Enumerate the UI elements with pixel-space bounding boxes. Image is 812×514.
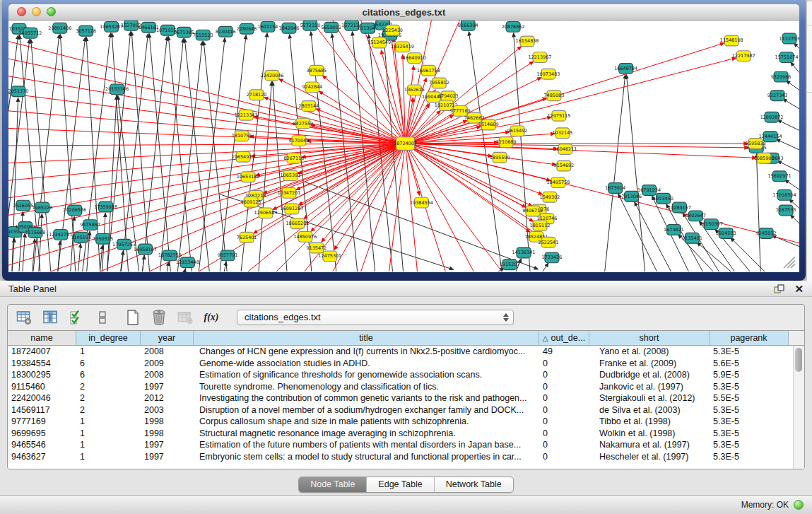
vertical-scrollbar[interactable] — [793, 346, 804, 469]
table-cell[interactable]: 1 — [76, 440, 141, 450]
delete-column-icon[interactable] — [151, 310, 167, 325]
table-cell[interactable]: 2 — [76, 393, 141, 403]
table-cell[interactable]: 9777169 — [8, 416, 76, 426]
table-cell[interactable]: 0 — [539, 358, 589, 368]
tab-edge-table[interactable]: Edge Table — [366, 477, 433, 492]
minimize-window-icon[interactable] — [32, 7, 41, 16]
table-cell[interactable]: 18300295 — [8, 370, 76, 380]
table-cell[interactable]: 5.3E-5 — [710, 428, 789, 438]
table-row[interactable]: 911546021997Tourette syndrome. Phenomeno… — [8, 381, 804, 393]
table-cell[interactable]: 1 — [76, 428, 141, 438]
table-cell[interactable]: 1 — [76, 346, 141, 356]
table-cell[interactable]: 1998 — [141, 416, 194, 426]
table-cell[interactable]: 5.3E-5 — [710, 405, 789, 415]
table-row[interactable]: 977716911998Corpus callosum shape and si… — [8, 416, 804, 428]
table-cell[interactable]: 0 — [539, 370, 589, 380]
table-cell[interactable]: 2012 — [141, 393, 194, 403]
table-cell[interactable]: 14569117 — [8, 405, 76, 415]
table-cell[interactable]: 2008 — [141, 346, 194, 356]
table-row[interactable]: 1872400712008Changes of HCN gene express… — [8, 346, 804, 358]
table-settings-icon[interactable] — [16, 310, 32, 325]
table-cell[interactable]: 1 — [76, 416, 141, 426]
table-cell[interactable]: 18724007 — [8, 346, 76, 356]
table-cell[interactable]: de Silva et al. (2003) — [589, 405, 710, 415]
column-header-year[interactable]: year — [141, 331, 194, 345]
close-window-icon[interactable] — [17, 7, 26, 16]
close-panel-icon[interactable]: ✕ — [794, 284, 804, 294]
table-cell[interactable]: Tibbo et al. (1998) — [589, 416, 710, 426]
table-cell[interactable]: 1998 — [141, 428, 194, 438]
table-cell[interactable]: 1997 — [141, 452, 194, 462]
tab-node-table[interactable]: Node Table — [299, 477, 366, 492]
table-cell[interactable]: 0 — [539, 405, 589, 415]
table-row[interactable]: 946554611997Estimation of the future num… — [8, 439, 804, 451]
table-cell[interactable]: 0 — [539, 393, 589, 403]
memory-status-icon[interactable] — [794, 500, 804, 510]
column-header-indegree[interactable]: in_degree — [76, 331, 141, 345]
function-builder-icon[interactable]: f(x) — [204, 310, 219, 325]
table-cell[interactable]: 1997 — [141, 382, 194, 392]
table-cell[interactable]: Disruption of a novel member of a sodium… — [194, 405, 539, 415]
table-cell[interactable]: 5.3E-5 — [710, 452, 789, 462]
table-cell[interactable]: Jankovic et al. (1997) — [589, 382, 710, 392]
table-cell[interactable]: 2003 — [141, 405, 194, 415]
table-cell[interactable]: 1 — [76, 452, 141, 462]
table-cell[interactable]: 2 — [76, 405, 141, 415]
table-cell[interactable]: Hescheler et al. (1997) — [589, 452, 710, 462]
network-graph[interactable]: 1935214140557122089140630571261065328715… — [8, 21, 799, 272]
network-canvas[interactable]: 1935214140557122089140630571261065328715… — [8, 21, 799, 272]
table-cell[interactable]: 2008 — [141, 370, 194, 380]
table-cell[interactable]: Tourette syndrome. Phenomenology and cla… — [194, 382, 539, 392]
table-cell[interactable]: 2 — [76, 382, 141, 392]
table-cell[interactable]: 0 — [539, 452, 589, 462]
table-cell[interactable]: 1997 — [141, 440, 194, 450]
table-cell[interactable]: 6 — [76, 358, 141, 368]
table-cell[interactable]: Genome-wide association studies in ADHD. — [194, 358, 539, 368]
table-cell[interactable]: 9463627 — [8, 452, 76, 462]
table-cell[interactable]: 19384554 — [8, 358, 76, 368]
table-cell[interactable]: Stergiakouli et al. (2012) — [589, 393, 710, 403]
table-cell[interactable]: 5.3E-5 — [710, 416, 789, 426]
table-cell[interactable]: Franke et al. (2009) — [589, 358, 710, 368]
table-cell[interactable]: Changes of HCN gene expression and I(f) … — [194, 346, 539, 356]
table-cell[interactable]: 0 — [539, 440, 589, 450]
table-row[interactable]: 1938455462009Genome-wide association stu… — [8, 358, 804, 370]
column-header-title[interactable]: title — [194, 331, 539, 345]
zoom-window-icon[interactable] — [47, 7, 56, 16]
table-cell[interactable]: 5.9E-5 — [710, 370, 789, 380]
table-cell[interactable]: 49 — [539, 346, 589, 356]
show-columns-icon[interactable] — [42, 310, 58, 325]
tab-network-table[interactable]: Network Table — [434, 477, 513, 492]
table-cell[interactable]: Investigating the contribution of common… — [194, 393, 539, 403]
table-cell[interactable]: Yano et al. (2008) — [589, 346, 710, 356]
table-row[interactable]: 946362711997Embryonic stem cells: a mode… — [8, 451, 804, 463]
table-cell[interactable]: 5.5E-5 — [710, 393, 789, 403]
table-cell[interactable]: Structural magnetic resonance image aver… — [194, 428, 539, 438]
table-cell[interactable]: Dudbridge et al. (2008) — [589, 370, 710, 380]
row-height-icon[interactable] — [95, 310, 110, 325]
resize-grip[interactable] — [784, 257, 795, 268]
table-cell[interactable]: Corpus callosum shape and size in male p… — [194, 416, 539, 426]
table-cell[interactable]: 9115460 — [8, 382, 76, 392]
table-cell[interactable]: 0 — [539, 416, 589, 426]
column-header-name[interactable]: name — [8, 331, 76, 345]
table-row[interactable]: 2242004622012Investigating the contribut… — [8, 392, 804, 404]
float-panel-icon[interactable] — [774, 284, 784, 293]
table-cell[interactable]: 5.6E-5 — [710, 358, 789, 368]
new-column-icon[interactable] — [125, 310, 141, 325]
table-cell[interactable]: 22420046 — [8, 393, 76, 403]
table-row[interactable]: 1830029562008Estimation of significance … — [8, 369, 804, 381]
column-header-pagerank[interactable]: pagerank — [710, 331, 789, 345]
table-cell[interactable]: 0 — [539, 428, 589, 438]
table-cell[interactable]: 0 — [539, 382, 589, 392]
table-cell[interactable]: Nakamura et al. (1997) — [589, 440, 710, 450]
table-selector-dropdown[interactable]: citations_edges.txt — [237, 310, 514, 325]
table-cell[interactable]: 5.3E-5 — [710, 346, 789, 356]
table-cell[interactable]: 2009 — [141, 358, 194, 368]
table-cell[interactable]: 9699695 — [8, 428, 76, 438]
table-cell[interactable]: Estimation of the future numbers of pati… — [194, 440, 539, 450]
table-cell[interactable]: Wolkin et al. (1998) — [589, 428, 710, 438]
table-cell[interactable]: 6 — [76, 370, 141, 380]
table-cell[interactable]: 5.3E-5 — [710, 440, 789, 450]
table-row[interactable]: 1456911722003Disruption of a novel membe… — [8, 404, 804, 416]
